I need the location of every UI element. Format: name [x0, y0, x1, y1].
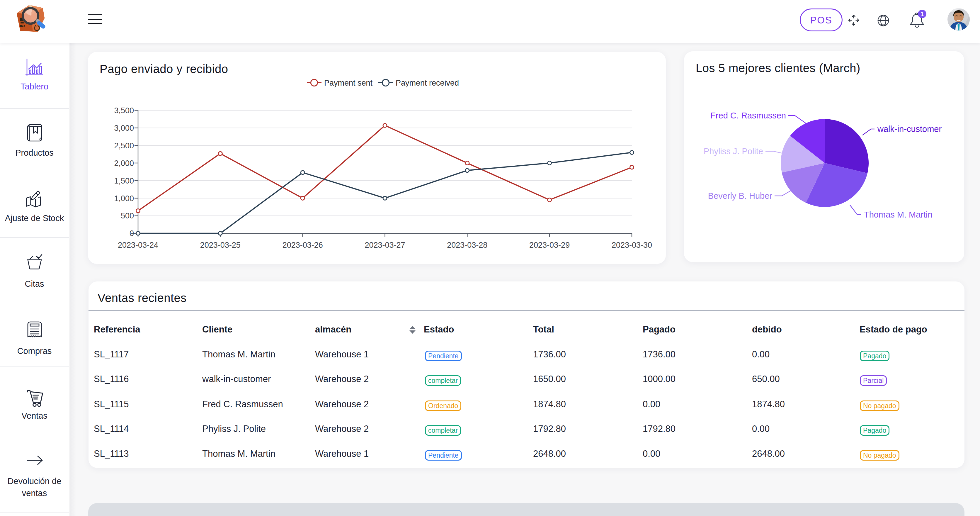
svg-text:walk-in-customer: walk-in-customer: [877, 124, 942, 134]
svg-text:0: 0: [129, 229, 134, 238]
svg-text:2023-03-25: 2023-03-25: [200, 241, 240, 250]
svg-text:3,000: 3,000: [114, 124, 134, 132]
svg-text:2023-03-30: 2023-03-30: [612, 241, 652, 250]
svg-text:3,500: 3,500: [114, 106, 134, 115]
svg-text:2023-03-26: 2023-03-26: [283, 241, 323, 250]
svg-text:Thomas M. Martin: Thomas M. Martin: [864, 210, 932, 219]
svg-text:Phyliss J. Polite: Phyliss J. Polite: [704, 147, 763, 156]
svg-text:2023-03-27: 2023-03-27: [364, 241, 405, 250]
svg-text:500: 500: [121, 211, 134, 220]
svg-text:1,500: 1,500: [114, 177, 134, 185]
svg-text:1,000: 1,000: [114, 194, 134, 203]
svg-text:Payment received: Payment received: [396, 78, 459, 88]
svg-text:2023-03-29: 2023-03-29: [529, 241, 570, 250]
svg-text:2023-03-28: 2023-03-28: [447, 241, 487, 250]
svg-text:Payment sent: Payment sent: [324, 78, 373, 88]
svg-text:Beverly B. Huber: Beverly B. Huber: [708, 191, 773, 201]
svg-text:2023-03-24: 2023-03-24: [118, 241, 158, 250]
svg-text:2,000: 2,000: [114, 159, 134, 168]
svg-text:2,500: 2,500: [114, 141, 134, 150]
svg-text:Fred C. Rasmussen: Fred C. Rasmussen: [710, 111, 786, 120]
